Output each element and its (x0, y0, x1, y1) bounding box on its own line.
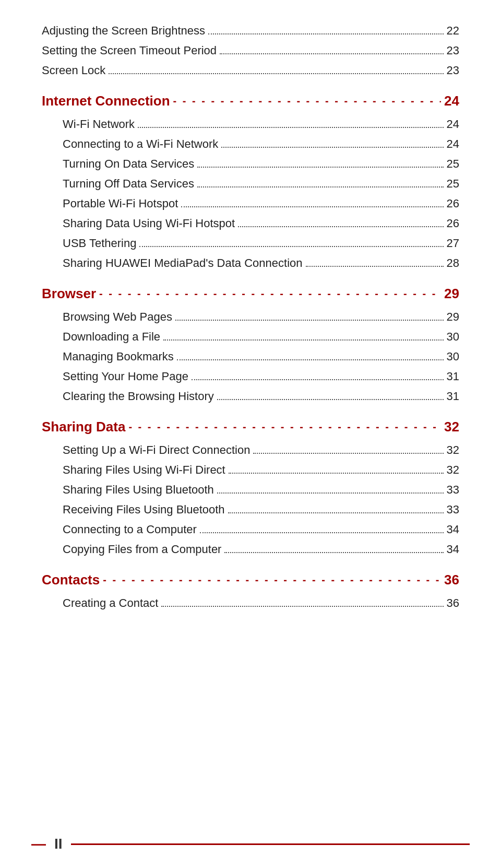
dots-line (253, 453, 443, 454)
page-number: 24 (447, 137, 459, 151)
entry-title: Portable Wi-Fi Hotspot (63, 197, 178, 210)
section-header-browser: Browser- - - - - - - - - - - - - - - - -… (42, 286, 459, 302)
sections-container: Internet Connection- - - - - - - - - - -… (42, 93, 459, 611)
dots-line (238, 226, 443, 227)
dots-line (197, 186, 444, 187)
page-number: 24 (447, 118, 459, 131)
page-number: 32 (447, 443, 459, 457)
entry-title: Connecting to a Computer (63, 523, 197, 536)
top-entries: Adjusting the Screen Brightness 22 Setti… (42, 21, 459, 78)
entry-title: Clearing the Browsing History (63, 390, 214, 403)
toc-entry-0: Creating a Contact36 (63, 593, 459, 611)
entry-title: Setting Your Home Page (63, 370, 188, 383)
section-header-internet-connection: Internet Connection- - - - - - - - - - -… (42, 93, 459, 109)
entry-title: Connecting to a Wi-Fi Network (63, 137, 218, 151)
dots-line (224, 552, 443, 553)
dots-line (217, 399, 444, 400)
bottom-dash: — (31, 836, 46, 852)
page-number: 33 (447, 503, 459, 517)
dots-line (138, 127, 443, 128)
page-number: 27 (447, 237, 459, 250)
dots-line (221, 147, 443, 148)
page-number: 23 (447, 64, 459, 77)
toc-entry-2: Managing Bookmarks30 (63, 347, 459, 365)
page-number: 30 (447, 330, 459, 344)
dots-line (192, 379, 444, 380)
section-title: Contacts (42, 572, 100, 588)
dots-line (175, 320, 444, 321)
section-header-contacts: Contacts- - - - - - - - - - - - - - - - … (42, 572, 459, 588)
section-page-number: 32 (444, 419, 459, 435)
page-number: 26 (447, 197, 459, 210)
toc-entry-1: Downloading a File30 (63, 327, 459, 345)
dots-line (306, 266, 444, 267)
dots-line (217, 492, 444, 494)
entry-title: Sharing Data Using Wi-Fi Hotspot (63, 217, 235, 230)
dots-line (228, 512, 444, 513)
entry-title: Sharing Files Using Bluetooth (63, 483, 214, 497)
toc-entry-screen-brightness: Adjusting the Screen Brightness 22 (42, 21, 459, 39)
entry-title: Copying Files from a Computer (63, 543, 221, 556)
toc-entry-6: USB Tethering27 (63, 233, 459, 251)
section-page-number: 36 (444, 572, 459, 588)
entry-title: Turning On Data Services (63, 157, 194, 171)
page-number: 25 (447, 157, 459, 171)
toc-entry-5: Copying Files from a Computer34 (63, 539, 459, 557)
toc-entry-4: Portable Wi-Fi Hotspot26 (63, 194, 459, 212)
toc-entry-0: Setting Up a Wi-Fi Direct Connection32 (63, 440, 459, 458)
toc-container: Adjusting the Screen Brightness 22 Setti… (42, 21, 459, 611)
dots-line (229, 473, 444, 474)
section-dash-line: - - - - - - - - - - - - - - - - - - - - … (128, 421, 441, 433)
entry-title: Browsing Web Pages (63, 310, 172, 324)
dots-line (181, 206, 443, 207)
dots-line (161, 606, 443, 607)
section-entries-1: Browsing Web Pages29Downloading a File30… (42, 307, 459, 404)
page-number: 25 (447, 177, 459, 191)
toc-entry-4: Clearing the Browsing History31 (63, 386, 459, 404)
page-number: 36 (447, 596, 459, 610)
entry-title: Adjusting the Screen Brightness (42, 24, 205, 38)
toc-entry-2: Turning On Data Services25 (63, 154, 459, 172)
dots-line (139, 246, 443, 247)
page-number: 23 (447, 44, 459, 57)
page-number: 31 (447, 370, 459, 383)
toc-entry-3: Receiving Files Using Bluetooth33 (63, 500, 459, 518)
entry-title: Setting Up a Wi-Fi Direct Connection (63, 443, 250, 457)
entry-title: Creating a Contact (63, 596, 158, 610)
entry-title: Turning Off Data Services (63, 177, 194, 191)
section-title: Browser (42, 286, 96, 302)
toc-entry-3: Setting Your Home Page31 (63, 367, 459, 384)
dots-line (208, 33, 443, 34)
page-number: 29 (447, 310, 459, 324)
entry-title: Managing Bookmarks (63, 350, 174, 363)
section-dash-line: - - - - - - - - - - - - - - - - - - - - … (173, 95, 442, 107)
section-page-number: 29 (444, 286, 459, 302)
toc-entry-3: Turning Off Data Services25 (63, 174, 459, 192)
dots-line (109, 73, 443, 74)
page-number: 32 (447, 463, 459, 477)
toc-entry-2: Sharing Files Using Bluetooth33 (63, 480, 459, 498)
dots-line (177, 359, 444, 360)
toc-entry-screen-timeout: Setting the Screen Timeout Period 23 (42, 41, 459, 58)
dots-line (163, 339, 443, 341)
section-entries-2: Setting Up a Wi-Fi Direct Connection32Sh… (42, 440, 459, 557)
bottom-bar: — II (31, 836, 470, 852)
toc-entry-0: Browsing Web Pages29 (63, 307, 459, 325)
toc-entry-0: Wi-Fi Network24 (63, 114, 459, 132)
section-dash-line: - - - - - - - - - - - - - - - - - - - - … (103, 574, 441, 586)
page-roman-numeral: II (54, 836, 63, 852)
entry-title: USB Tethering (63, 237, 136, 250)
page-number: 26 (447, 217, 459, 230)
page-number: 28 (447, 256, 459, 270)
toc-entry-4: Connecting to a Computer34 (63, 520, 459, 537)
section-entries-3: Creating a Contact36 (42, 593, 459, 611)
toc-entry-1: Sharing Files Using Wi-Fi Direct32 (63, 460, 459, 478)
page-number: 30 (447, 350, 459, 363)
section-header-sharing-data: Sharing Data- - - - - - - - - - - - - - … (42, 419, 459, 435)
page-number: 22 (447, 24, 459, 38)
toc-entry-screen-lock: Screen Lock 23 (42, 61, 459, 78)
toc-entry-5: Sharing Data Using Wi-Fi Hotspot26 (63, 214, 459, 231)
section-page-number: 24 (444, 93, 459, 109)
toc-entry-7: Sharing HUAWEI MediaPad's Data Connectio… (63, 253, 459, 271)
dots-line (197, 167, 443, 168)
